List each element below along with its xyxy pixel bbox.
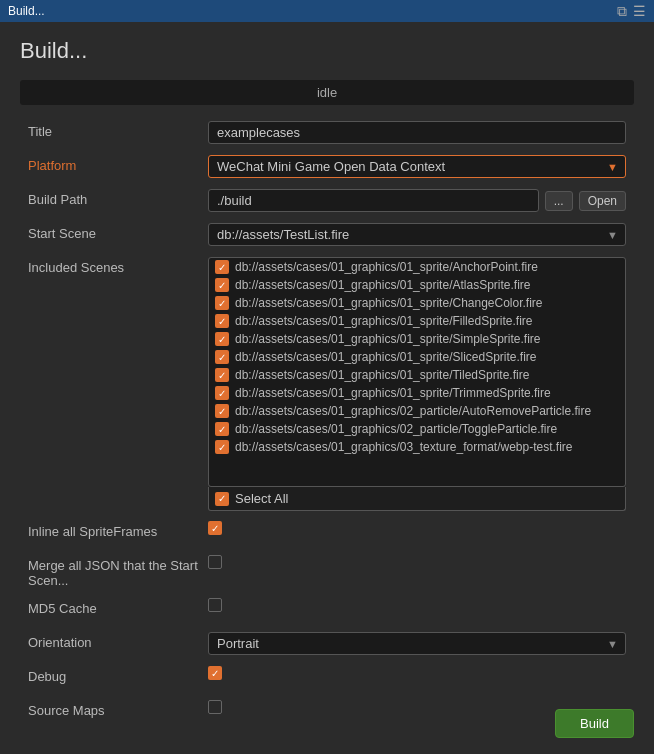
- scene-checkbox[interactable]: ✓: [215, 368, 229, 382]
- start-scene-label: Start Scene: [28, 223, 208, 241]
- scene-checkbox[interactable]: ✓: [215, 422, 229, 436]
- title-bar-controls: ⧉ ☰: [617, 4, 646, 18]
- scene-checkbox[interactable]: ✓: [215, 314, 229, 328]
- merge-json-checkbox[interactable]: [208, 555, 222, 569]
- restore-button[interactable]: ⧉: [617, 4, 627, 18]
- debug-control: ✓: [208, 666, 626, 680]
- included-scenes-label: Included Scenes: [28, 257, 208, 275]
- md5-row: MD5 Cache: [28, 598, 626, 622]
- select-all-label: Select All: [235, 491, 288, 506]
- build-button[interactable]: Build: [555, 709, 634, 738]
- scene-checkbox[interactable]: ✓: [215, 386, 229, 400]
- md5-label: MD5 Cache: [28, 598, 208, 616]
- included-scenes-control: ✓db://assets/cases/01_graphics/01_sprite…: [208, 257, 626, 511]
- scene-checkbox[interactable]: ✓: [215, 440, 229, 454]
- md5-control: [208, 598, 626, 612]
- select-all-checkbox[interactable]: ✓: [215, 492, 229, 506]
- inline-sprite-row: Inline all SpriteFrames ✓: [28, 521, 626, 545]
- start-scene-select[interactable]: db://assets/TestList.fire: [208, 223, 626, 246]
- debug-checkbox[interactable]: ✓: [208, 666, 222, 680]
- title-row: Title: [28, 121, 626, 145]
- scene-item[interactable]: ✓db://assets/cases/01_graphics/02_partic…: [209, 402, 625, 420]
- scene-item[interactable]: ✓db://assets/cases/01_graphics/01_sprite…: [209, 384, 625, 402]
- scene-text: db://assets/cases/01_graphics/03_texture…: [235, 440, 573, 454]
- platform-row: Platform WeChat Mini Game Open Data Cont…: [28, 155, 626, 179]
- scene-item[interactable]: ✓db://assets/cases/01_graphics/01_sprite…: [209, 258, 625, 276]
- scene-checkbox[interactable]: ✓: [215, 332, 229, 346]
- scene-item[interactable]: ✓db://assets/cases/01_graphics/01_sprite…: [209, 276, 625, 294]
- inline-sprite-control: ✓: [208, 521, 626, 535]
- scenes-list[interactable]: ✓db://assets/cases/01_graphics/01_sprite…: [208, 257, 626, 487]
- scene-text: db://assets/cases/01_graphics/01_sprite/…: [235, 296, 543, 310]
- start-scene-select-wrap: db://assets/TestList.fire ▼: [208, 223, 626, 246]
- scene-item[interactable]: ✓db://assets/cases/01_graphics/01_sprite…: [209, 294, 625, 312]
- platform-select-wrap: WeChat Mini Game Open Data Context ▼: [208, 155, 626, 178]
- title-label: Title: [28, 121, 208, 139]
- merge-json-label: Merge all JSON that the Start Scen...: [28, 555, 208, 588]
- scene-item[interactable]: ✓db://assets/cases/01_graphics/01_sprite…: [209, 330, 625, 348]
- source-maps-row: Source Maps: [28, 700, 626, 724]
- title-input[interactable]: [208, 121, 626, 144]
- start-scene-row: Start Scene db://assets/TestList.fire ▼: [28, 223, 626, 247]
- scene-text: db://assets/cases/01_graphics/01_sprite/…: [235, 368, 529, 382]
- scene-checkbox[interactable]: ✓: [215, 350, 229, 364]
- source-maps-checkbox[interactable]: [208, 700, 222, 714]
- scene-text: db://assets/cases/01_graphics/01_sprite/…: [235, 314, 533, 328]
- platform-select[interactable]: WeChat Mini Game Open Data Context: [208, 155, 626, 178]
- title-bar-label: Build...: [8, 4, 45, 18]
- bottom-area: Build: [555, 709, 634, 738]
- scene-text: db://assets/cases/01_graphics/01_sprite/…: [235, 278, 531, 292]
- md5-checkbox[interactable]: [208, 598, 222, 612]
- orientation-control: Portrait Landscape Left Landscape Right …: [208, 632, 626, 655]
- page-title: Build...: [20, 38, 634, 64]
- title-control: [208, 121, 626, 144]
- platform-label: Platform: [28, 155, 208, 173]
- title-bar: Build... ⧉ ☰: [0, 0, 654, 22]
- platform-control: WeChat Mini Game Open Data Context ▼: [208, 155, 626, 178]
- scene-item[interactable]: ✓db://assets/cases/01_graphics/02_partic…: [209, 420, 625, 438]
- orientation-select-wrap: Portrait Landscape Left Landscape Right …: [208, 632, 626, 655]
- source-maps-label: Source Maps: [28, 700, 208, 718]
- orientation-row: Orientation Portrait Landscape Left Land…: [28, 632, 626, 656]
- start-scene-control: db://assets/TestList.fire ▼: [208, 223, 626, 246]
- merge-json-row: Merge all JSON that the Start Scen...: [28, 555, 626, 588]
- scene-item[interactable]: ✓db://assets/cases/01_graphics/03_textur…: [209, 438, 625, 456]
- orientation-label: Orientation: [28, 632, 208, 650]
- merge-json-control: [208, 555, 626, 569]
- scene-checkbox[interactable]: ✓: [215, 278, 229, 292]
- scene-text: db://assets/cases/01_graphics/01_sprite/…: [235, 260, 538, 274]
- orientation-select[interactable]: Portrait Landscape Left Landscape Right: [208, 632, 626, 655]
- scenes-footer: ✓ Select All: [208, 487, 626, 511]
- scene-checkbox[interactable]: ✓: [215, 260, 229, 274]
- scene-text: db://assets/cases/01_graphics/02_particl…: [235, 404, 591, 418]
- status-bar: idle: [20, 80, 634, 105]
- form-area: Title Platform WeChat Mini Game Open Dat…: [20, 121, 634, 724]
- scene-checkbox[interactable]: ✓: [215, 404, 229, 418]
- main-content: Build... idle Title Platform WeChat Mini…: [0, 22, 654, 750]
- status-text: idle: [317, 85, 337, 100]
- build-path-control: ... Open: [208, 189, 626, 212]
- scene-item[interactable]: ✓db://assets/cases/01_graphics/01_sprite…: [209, 366, 625, 384]
- scene-checkbox[interactable]: ✓: [215, 296, 229, 310]
- scene-text: db://assets/cases/01_graphics/01_sprite/…: [235, 332, 541, 346]
- scene-text: db://assets/cases/01_graphics/02_particl…: [235, 422, 557, 436]
- inline-sprite-checkbox[interactable]: ✓: [208, 521, 222, 535]
- open-button[interactable]: Open: [579, 191, 626, 211]
- scene-text: db://assets/cases/01_graphics/01_sprite/…: [235, 386, 551, 400]
- debug-row: Debug ✓: [28, 666, 626, 690]
- menu-button[interactable]: ☰: [633, 4, 646, 18]
- scene-item[interactable]: ✓db://assets/cases/01_graphics/01_sprite…: [209, 348, 625, 366]
- debug-label: Debug: [28, 666, 208, 684]
- included-scenes-row: Included Scenes ✓db://assets/cases/01_gr…: [28, 257, 626, 511]
- build-path-row: Build Path ... Open: [28, 189, 626, 213]
- browse-button[interactable]: ...: [545, 191, 573, 211]
- inline-sprite-label: Inline all SpriteFrames: [28, 521, 208, 539]
- build-path-inner: ... Open: [208, 189, 626, 212]
- build-path-input[interactable]: [208, 189, 539, 212]
- scene-item[interactable]: ✓db://assets/cases/01_graphics/01_sprite…: [209, 312, 625, 330]
- build-path-label: Build Path: [28, 189, 208, 207]
- scene-text: db://assets/cases/01_graphics/01_sprite/…: [235, 350, 537, 364]
